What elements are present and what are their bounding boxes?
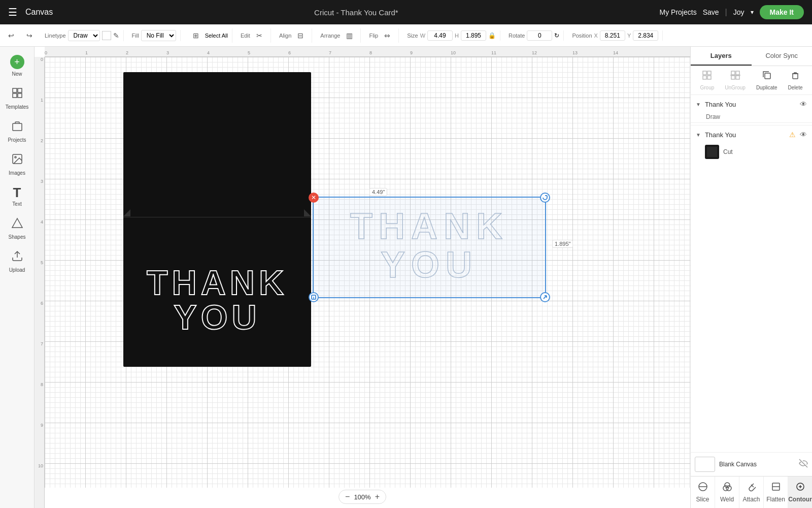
undo-button[interactable]: ↩ [4,28,18,43]
linetype-select[interactable]: Draw [68,30,100,41]
ungroup-button[interactable]: UnGroup [725,70,746,90]
blank-canvas-row: Blank Canvas [691,452,812,476]
panel-actions: Group UnGroup Duplicate Delete [691,66,812,95]
layer2-sub-item: Cut [691,142,812,162]
tab-layers[interactable]: Layers [691,47,752,66]
ruler-left: 0 1 2 3 4 5 6 7 8 9 10 [35,57,45,508]
svg-point-6 [15,156,16,158]
zoom-out-button[interactable]: − [345,492,350,501]
weld-label: Weld [720,496,734,503]
user-name[interactable]: Joy [733,8,745,16]
sidebar-item-new[interactable]: + New [3,51,32,81]
svg-rect-15 [703,76,706,79]
upload-icon [11,250,23,265]
make-it-button[interactable]: Make It [760,5,804,19]
flip-label: Flip [369,33,378,39]
linetype-group: Linetype Draw ✎ [41,30,124,41]
layer2-header[interactable]: ▼ Thank You ⚠ 👁 [691,128,812,142]
sidebar-item-upload[interactable]: Upload [3,246,32,277]
canvas-area[interactable]: 0 1 2 3 4 5 6 7 8 9 10 11 12 13 14 0 1 2… [35,47,690,508]
blank-canvas-hide-icon[interactable] [799,459,808,470]
lock-aspect-icon[interactable]: 🔒 [488,32,496,39]
my-projects-link[interactable]: My Projects [660,8,697,16]
duplicate-button[interactable]: Duplicate [756,70,777,90]
sidebar-item-text[interactable]: T Text [3,182,32,211]
layer2-thumb-inner [707,147,717,157]
redo-button[interactable]: ↪ [22,28,37,43]
layer2-sub-label: Cut [723,148,733,155]
layer1-name: Thank You [705,101,796,108]
tab-color-sync[interactable]: Color Sync [752,47,813,66]
upload-label: Upload [9,267,25,273]
svg-rect-13 [703,71,706,75]
layer2-thumbnail [705,145,719,159]
svg-rect-17 [731,71,735,75]
group-icon [702,70,712,83]
images-label: Images [9,170,25,176]
project-title: Cricut - Thank You Card* [61,8,651,17]
y-input[interactable] [633,30,658,41]
svg-point-27 [726,486,731,491]
fill-select[interactable]: No Fill [141,30,176,41]
width-input[interactable] [427,30,453,41]
left-sidebar: + New Templates Projects Images T Text [0,47,35,508]
sidebar-item-shapes[interactable]: Shapes [3,213,32,244]
top-nav-right: My Projects Save | Joy ▾ Make It [660,5,804,19]
size-label: Size [407,33,418,39]
svg-rect-1 [18,88,22,92]
projects-icon [11,120,23,135]
arrange-button[interactable]: ▥ [342,28,356,43]
panel-tabs: Layers Color Sync [691,47,812,66]
select-all-button[interactable]: ⊞ [189,28,203,43]
save-button[interactable]: Save [703,8,719,16]
layer1-eye-icon[interactable]: 👁 [800,100,807,108]
x-input[interactable] [600,30,625,41]
handle-top-right[interactable] [540,193,550,203]
blank-canvas-thumbnail [695,457,715,472]
linetype-label: Linetype [45,33,66,39]
layer1-header[interactable]: ▼ Thank You 👁 [691,97,812,111]
align-button[interactable]: ⊟ [293,28,308,43]
align-label: Align [279,33,291,39]
zoom-level: 100% [354,493,370,501]
ruler-top: 0 1 2 3 4 5 6 7 8 9 10 11 12 13 14 [45,47,690,57]
sidebar-item-images[interactable]: Images [3,149,32,180]
align-group: Align ⊟ [275,28,312,43]
contour-button[interactable]: Contour [788,477,812,508]
svg-rect-2 [13,93,17,98]
attach-button[interactable]: Attach [739,477,764,508]
rotate-input[interactable] [527,30,552,41]
hamburger-icon[interactable]: ☰ [8,6,17,18]
handle-top-left[interactable]: ✕ [309,193,319,203]
dimension-label-height: 1.895" [552,240,573,248]
sidebar-item-projects[interactable]: Projects [3,116,32,147]
top-nav: ☰ Canvas Cricut - Thank You Card* My Pro… [0,0,812,24]
user-chevron-icon[interactable]: ▾ [751,9,754,16]
layer2-eye-icon[interactable]: 👁 [800,131,807,139]
flatten-button[interactable]: Flatten [764,477,788,508]
layer2-name: Thank You [705,131,785,139]
handle-bottom-left[interactable] [309,292,319,302]
height-input[interactable] [461,30,486,41]
weld-icon [722,482,732,494]
layer-group-1: ▼ Thank You 👁 Draw [691,95,812,125]
shapes-label: Shapes [9,234,26,240]
arrange-label: Arrange [320,33,340,39]
projects-label: Projects [8,137,26,143]
edit-button[interactable]: ✂ [252,28,266,43]
sidebar-item-templates[interactable]: Templates [3,83,32,114]
new-icon: + [10,55,24,69]
edit-group: Edit ✂ [236,28,271,43]
weld-button[interactable]: Weld [715,477,739,508]
zoom-in-button[interactable]: + [375,492,380,501]
duplicate-icon [762,70,772,83]
card-fold-line [123,217,311,217]
layer2-warning-icon: ⚠ [789,131,796,139]
fill-label: Fill [132,33,139,39]
handle-bottom-right[interactable] [540,292,550,302]
group-button[interactable]: Group [700,70,715,90]
delete-button[interactable]: Delete [788,70,803,90]
flip-button[interactable]: ⇔ [380,28,394,43]
slice-button[interactable]: Slice [691,477,715,508]
selection-box[interactable]: THANK YOU ✕ [313,197,546,298]
